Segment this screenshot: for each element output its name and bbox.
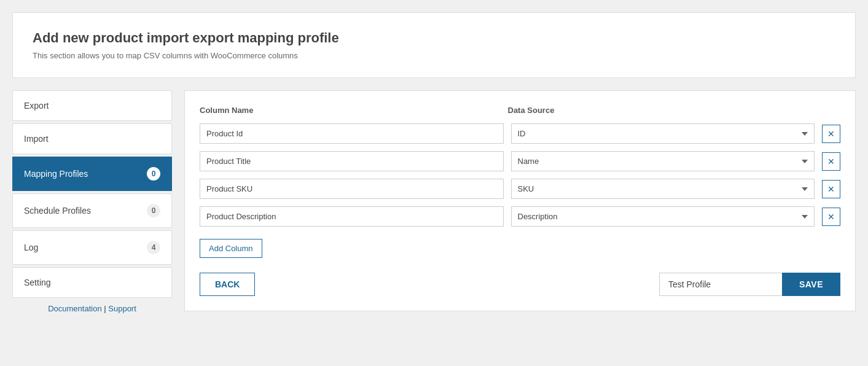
page-title: Add new product import export mapping pr… — [33, 30, 835, 46]
sidebar-item-export[interactable]: Export — [12, 90, 172, 121]
page-subtitle: This section allows you to map CSV colum… — [33, 51, 835, 60]
data-source-header: Data Source — [508, 106, 809, 115]
log-badge: 4 — [147, 241, 160, 254]
mapping-row: ID Name SKU Description Price ✕ — [200, 151, 840, 171]
delete-row-button-1[interactable]: ✕ — [822, 125, 840, 143]
documentation-link[interactable]: Documentation — [48, 304, 101, 313]
sidebar-item-import[interactable]: Import — [12, 123, 172, 154]
delete-row-button-3[interactable]: ✕ — [822, 180, 840, 198]
mapping-row: ID Name SKU Description Price ✕ — [200, 123, 840, 144]
sidebar: Export Import Mapping Profiles 0 Schedul… — [12, 90, 172, 313]
save-group: SAVE — [659, 273, 840, 296]
sidebar-item-label: Mapping Profiles — [24, 169, 88, 179]
column-name-input-4[interactable] — [200, 206, 504, 227]
sidebar-item-schedule-profiles[interactable]: Schedule Profiles 0 — [12, 193, 172, 228]
sidebar-item-label: Export — [24, 101, 49, 111]
sidebar-item-label: Import — [24, 134, 49, 144]
bottom-bar: BACK SAVE — [200, 273, 840, 296]
sidebar-item-setting[interactable]: Setting — [12, 267, 172, 298]
mapping-profiles-badge: 0 — [147, 167, 160, 181]
data-source-select-2[interactable]: ID Name SKU Description Price — [511, 151, 815, 171]
profile-name-input[interactable] — [659, 273, 782, 296]
column-name-input-3[interactable] — [200, 179, 504, 199]
sidebar-item-mapping-profiles[interactable]: Mapping Profiles 0 — [12, 157, 172, 191]
delete-row-button-2[interactable]: ✕ — [822, 152, 840, 171]
main-panel: Column Name Data Source ID Name SKU Desc… — [184, 90, 856, 311]
save-button[interactable]: SAVE — [782, 273, 840, 296]
schedule-profiles-badge: 0 — [147, 204, 160, 217]
column-headers: Column Name Data Source — [200, 106, 840, 115]
delete-row-button-4[interactable]: ✕ — [822, 208, 840, 226]
header-card: Add new product import export mapping pr… — [12, 12, 856, 78]
sidebar-links: Documentation | Support — [12, 304, 172, 313]
sidebar-item-label: Setting — [24, 278, 51, 287]
data-source-select-1[interactable]: ID Name SKU Description Price — [511, 123, 815, 144]
column-name-header: Column Name — [200, 106, 501, 115]
add-column-button[interactable]: Add Column — [200, 239, 262, 258]
link-separator: | — [104, 304, 106, 313]
sidebar-item-label: Schedule Profiles — [24, 206, 91, 216]
data-source-select-4[interactable]: ID Name SKU Description Price — [511, 206, 815, 227]
sidebar-item-log[interactable]: Log 4 — [12, 230, 172, 265]
column-name-input-2[interactable] — [200, 151, 504, 171]
support-link[interactable]: Support — [108, 304, 136, 313]
sidebar-item-label: Log — [24, 243, 38, 252]
mapping-row: ID Name SKU Description Price ✕ — [200, 206, 840, 227]
column-name-input-1[interactable] — [200, 123, 504, 144]
back-button[interactable]: BACK — [200, 273, 255, 296]
main-content: Export Import Mapping Profiles 0 Schedul… — [12, 90, 856, 313]
data-source-select-3[interactable]: ID Name SKU Description Price — [511, 179, 815, 199]
mapping-row: ID Name SKU Description Price ✕ — [200, 179, 840, 199]
